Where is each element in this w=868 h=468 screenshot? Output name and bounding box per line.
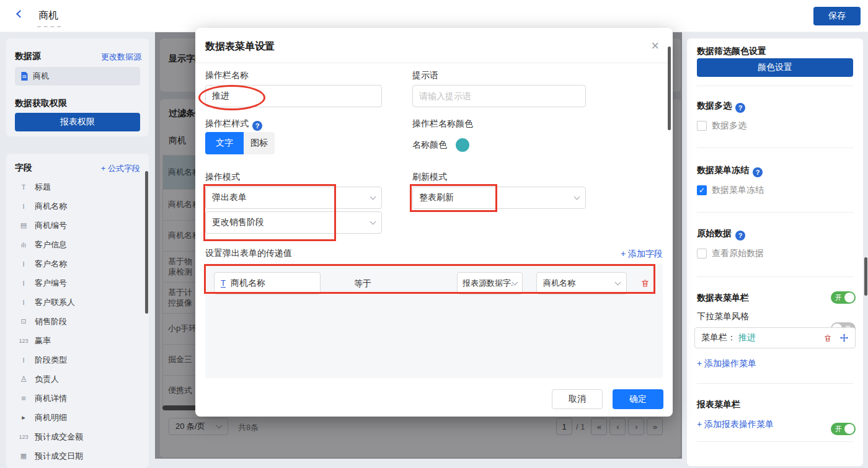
refresh-mode-label: 刷新模式 bbox=[412, 172, 447, 183]
add-report-action-menu-link[interactable]: + 添加报表操作菜单 bbox=[697, 419, 774, 430]
number-icon: 123 bbox=[17, 338, 30, 344]
datasource-item-label: 商机 bbox=[33, 71, 49, 82]
delete-menu-trash-icon[interactable] bbox=[823, 333, 832, 343]
text-icon: I bbox=[17, 356, 30, 364]
help-icon[interactable]: ? bbox=[753, 167, 763, 177]
fields-card: 字段 + 公式字段 T标题 I商机名称 ▤商机编号 ılı客户信息 I客户名称 … bbox=[6, 154, 149, 468]
field-item-expected-amount[interactable]: 123预计成交金额 bbox=[12, 427, 141, 446]
title-icon: T bbox=[17, 183, 30, 191]
fields-list: T标题 I商机名称 ▤商机编号 ılı客户信息 I客户名称 I客户编号 I客户联… bbox=[12, 177, 141, 466]
checkbox-checked[interactable]: ✓ bbox=[697, 185, 707, 195]
help-icon[interactable]: ? bbox=[252, 121, 262, 131]
field-item-customer-no[interactable]: I客户编号 bbox=[12, 273, 141, 293]
ok-button[interactable]: 确定 bbox=[613, 389, 663, 409]
menu-item-name: 推进 bbox=[738, 332, 756, 343]
back-icon[interactable] bbox=[16, 10, 24, 18]
menu-item-prefix: 菜单栏： bbox=[701, 332, 736, 343]
fields-scrollbar[interactable] bbox=[145, 171, 148, 314]
divider bbox=[697, 276, 853, 277]
divider bbox=[697, 212, 853, 213]
right-panel: 数据筛选颜色设置 颜色设置 数据多选? 数据多选 数据菜单冻结? ✓ 数据菜单冻… bbox=[687, 38, 863, 466]
move-menu-icon[interactable] bbox=[839, 333, 849, 343]
add-formula-field-link[interactable]: + 公式字段 bbox=[101, 163, 140, 174]
chevron-down-icon bbox=[370, 218, 376, 224]
name-color-swatch[interactable] bbox=[456, 138, 469, 152]
report-permission-button[interactable]: 报表权限 bbox=[15, 113, 140, 131]
add-action-menu-link[interactable]: + 添加操作菜单 bbox=[697, 358, 756, 369]
field-item-stage-type[interactable]: I阶段类型 bbox=[12, 350, 141, 369]
field-item-opportunity-name[interactable]: I商机名称 bbox=[12, 196, 141, 216]
text-icon: I bbox=[17, 260, 30, 268]
help-icon[interactable]: ? bbox=[735, 231, 745, 241]
close-icon[interactable]: × bbox=[651, 38, 659, 54]
tip-label: 提示语 bbox=[412, 70, 438, 81]
table-menubar-title: 数据表菜单栏 bbox=[697, 293, 749, 304]
tip-input[interactable] bbox=[412, 85, 586, 107]
chevron-down-icon bbox=[574, 193, 580, 200]
calendar-icon: ▦ bbox=[17, 452, 30, 460]
field-item-customer-info[interactable]: ılı客户信息 bbox=[12, 235, 141, 254]
menu-freeze-title: 数据菜单冻结? bbox=[697, 165, 763, 177]
add-field-link[interactable]: + 添加字段 bbox=[621, 249, 663, 260]
annotation-rect-op-mode bbox=[203, 184, 336, 241]
name-color-label: 操作栏名称颜色 bbox=[412, 118, 473, 130]
datasource-card: 数据源 更改数据源 商机 数据获取权限 报表权限 bbox=[6, 38, 149, 136]
field-item-title[interactable]: T标题 bbox=[12, 177, 141, 196]
field-item-expected-date[interactable]: ▦预计成交日期 bbox=[12, 446, 141, 466]
field-item-owner[interactable]: ♙负责人 bbox=[12, 369, 141, 389]
op-mode-label: 操作模式 bbox=[205, 172, 240, 183]
style-option-icon[interactable]: 图标 bbox=[244, 132, 275, 154]
color-settings-button[interactable]: 颜色设置 bbox=[697, 58, 853, 77]
divider bbox=[697, 148, 853, 148]
multi-select-checkbox-row[interactable]: 数据多选 bbox=[697, 120, 746, 131]
annotation-ellipse-action-name bbox=[198, 85, 265, 110]
modal-header-divider bbox=[195, 63, 673, 63]
divider bbox=[697, 383, 853, 384]
filter-color-title: 数据筛选颜色设置 bbox=[697, 46, 766, 57]
toggle-knob bbox=[844, 293, 854, 302]
dropdown-style-label: 下拉菜单风格 bbox=[697, 311, 749, 322]
raw-data-checkbox-row[interactable]: 查看原始数据 bbox=[697, 248, 764, 259]
expand-arrow-icon: ▸ bbox=[17, 413, 30, 422]
action-style-segmented: 文字 图标 bbox=[205, 132, 275, 154]
annotation-rect-refresh-mode bbox=[410, 184, 497, 212]
change-datasource-link[interactable]: 更改数据源 bbox=[101, 51, 141, 63]
name-color-text: 名称颜色 bbox=[412, 139, 447, 151]
menu-item-box[interactable]: 菜单栏： 推进 bbox=[694, 327, 856, 348]
field-item-sales-stage[interactable]: ⊡销售阶段 bbox=[12, 312, 141, 331]
cancel-button[interactable]: 取消 bbox=[552, 389, 603, 409]
datasource-item[interactable]: 商机 bbox=[15, 67, 140, 86]
checkbox-unchecked[interactable] bbox=[697, 121, 707, 131]
id-icon: ▤ bbox=[17, 221, 30, 229]
annotation-rect-pass-row bbox=[204, 264, 655, 294]
divider bbox=[697, 86, 853, 86]
permission-title: 数据获取权限 bbox=[15, 98, 67, 109]
field-item-opportunity-detail[interactable]: ≡商机详情 bbox=[12, 389, 141, 408]
modal-title: 数据表菜单设置 bbox=[205, 40, 275, 53]
field-item-win-rate[interactable]: 123赢率 bbox=[12, 331, 141, 350]
style-option-text[interactable]: 文字 bbox=[205, 132, 244, 154]
modal-scrollbar[interactable] bbox=[668, 46, 671, 130]
field-item-opportunity-no[interactable]: ▤商机编号 bbox=[12, 216, 141, 235]
field-item-customer-name[interactable]: I客户名称 bbox=[12, 254, 141, 273]
field-item-customer-contact[interactable]: I客户联系人 bbox=[12, 293, 141, 312]
save-button[interactable]: 保存 bbox=[813, 7, 861, 25]
menu-freeze-checkbox-row[interactable]: ✓ 数据菜单冻结 bbox=[697, 185, 764, 196]
doc-icon bbox=[20, 72, 29, 81]
report-menubar-toggle[interactable]: 开 bbox=[831, 423, 856, 435]
text-icon: I bbox=[17, 280, 30, 287]
action-style-label: 操作栏样式? bbox=[205, 118, 262, 131]
report-menubar-title: 报表菜单栏 bbox=[697, 399, 740, 410]
raw-data-title: 原始数据? bbox=[697, 228, 745, 241]
field-item-opportunity-items[interactable]: ▸商机明细 bbox=[12, 408, 141, 427]
help-icon[interactable]: ? bbox=[735, 103, 745, 113]
datasource-title: 数据源 bbox=[15, 51, 41, 62]
left-panel: 数据源 更改数据源 商机 数据获取权限 报表权限 字段 + 公式字段 T标题 I… bbox=[0, 32, 155, 468]
checkbox-unchecked[interactable] bbox=[697, 249, 707, 258]
page-scrollbar[interactable] bbox=[864, 257, 867, 296]
chevron-down-icon bbox=[370, 193, 376, 200]
person-icon: ♙ bbox=[17, 374, 30, 384]
table-menubar-toggle[interactable]: 开 bbox=[831, 291, 856, 304]
fields-title: 字段 bbox=[15, 162, 32, 174]
action-name-label: 操作栏名称 bbox=[205, 70, 249, 81]
